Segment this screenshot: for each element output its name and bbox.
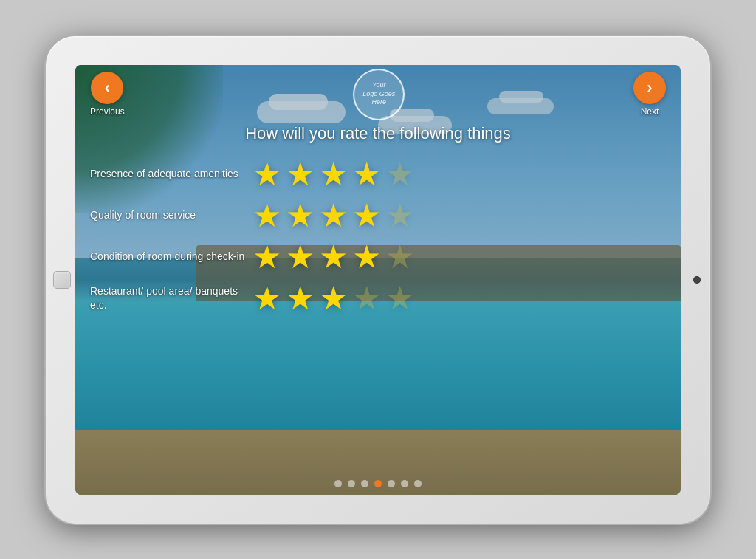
- star-empty-icon[interactable]: ★: [385, 282, 414, 315]
- star-filled-icon[interactable]: ★: [252, 199, 281, 232]
- star-empty-icon[interactable]: ★: [385, 241, 414, 273]
- star-empty-icon[interactable]: ★: [385, 199, 414, 232]
- screen-header: ‹ Previous Your Logo Goes Here › Next: [75, 65, 681, 124]
- star-filled-icon[interactable]: ★: [319, 199, 348, 232]
- next-circle: ›: [633, 72, 666, 104]
- next-button[interactable]: › Next: [633, 72, 666, 117]
- star-filled-icon[interactable]: ★: [319, 158, 348, 191]
- star-empty-icon[interactable]: ★: [352, 282, 381, 315]
- pagination-dot-6[interactable]: [414, 480, 422, 487]
- home-button[interactable]: [53, 271, 71, 289]
- stars-amenities[interactable]: ★★★★★: [252, 158, 414, 191]
- star-filled-icon[interactable]: ★: [252, 241, 281, 273]
- rating-label-check_in: Condition of room during check-in: [90, 250, 245, 263]
- logo-text: Your Logo Goes Here: [362, 81, 395, 107]
- previous-label: Previous: [90, 106, 125, 117]
- star-empty-icon[interactable]: ★: [385, 158, 414, 191]
- rating-row-restaurant: Restaurant/ pool area/ banquets etc.★★★★…: [90, 282, 666, 315]
- pagination-dot-2[interactable]: [361, 480, 368, 487]
- star-filled-icon[interactable]: ★: [352, 158, 381, 191]
- pagination-dot-5[interactable]: [401, 480, 408, 487]
- stars-restaurant[interactable]: ★★★★★: [252, 282, 414, 315]
- survey-content: How will you rate the following things P…: [75, 124, 681, 465]
- previous-circle: ‹: [91, 72, 123, 104]
- pagination-dot-4[interactable]: [388, 480, 395, 487]
- next-arrow-icon: ›: [647, 80, 652, 96]
- pagination-dot-3[interactable]: [374, 480, 382, 487]
- star-filled-icon[interactable]: ★: [252, 282, 281, 315]
- survey-title: How will you rate the following things: [90, 124, 666, 143]
- previous-button[interactable]: ‹ Previous: [90, 72, 125, 117]
- star-filled-icon[interactable]: ★: [286, 158, 315, 191]
- pagination-dot-1[interactable]: [348, 480, 355, 487]
- star-filled-icon[interactable]: ★: [319, 241, 348, 273]
- tablet-device: ‹ Previous Your Logo Goes Here › Next Ho…: [46, 36, 710, 524]
- stars-check_in[interactable]: ★★★★★: [252, 241, 414, 273]
- previous-arrow-icon: ‹: [105, 80, 110, 96]
- star-filled-icon[interactable]: ★: [286, 282, 315, 315]
- rating-row-amenities: Presence of adequate amenities★★★★★: [90, 158, 666, 191]
- star-filled-icon[interactable]: ★: [319, 282, 348, 315]
- star-filled-icon[interactable]: ★: [286, 199, 315, 232]
- star-filled-icon[interactable]: ★: [286, 241, 315, 273]
- rating-grid: Presence of adequate amenities★★★★★Quali…: [90, 158, 666, 315]
- logo-container: Your Logo Goes Here: [353, 69, 405, 120]
- star-filled-icon[interactable]: ★: [352, 241, 381, 273]
- rating-label-amenities: Presence of adequate amenities: [90, 167, 245, 180]
- pagination-dots: [75, 480, 681, 487]
- rating-label-room_service: Quality of room service: [90, 208, 245, 222]
- camera-icon: [694, 277, 700, 283]
- tablet-screen: ‹ Previous Your Logo Goes Here › Next Ho…: [75, 65, 681, 495]
- stars-room_service[interactable]: ★★★★★: [252, 199, 414, 232]
- rating-row-room_service: Quality of room service★★★★★: [90, 199, 666, 232]
- rating-row-check_in: Condition of room during check-in★★★★★: [90, 241, 666, 273]
- rating-label-restaurant: Restaurant/ pool area/ banquets etc.: [90, 284, 245, 311]
- pagination-dot-0[interactable]: [334, 480, 342, 487]
- star-filled-icon[interactable]: ★: [352, 199, 381, 232]
- star-filled-icon[interactable]: ★: [252, 158, 281, 191]
- next-label: Next: [641, 106, 659, 117]
